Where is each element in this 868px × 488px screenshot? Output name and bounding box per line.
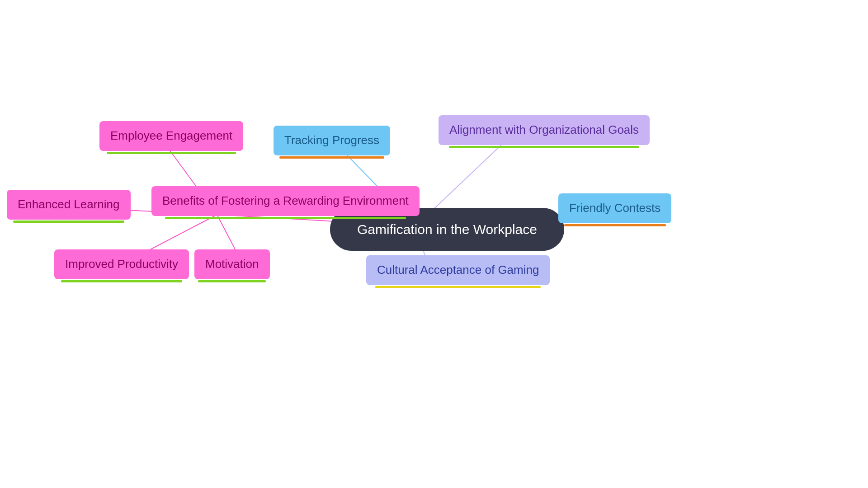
improved-productivity-label: Improved Productivity bbox=[65, 257, 178, 271]
tracking-progress-box: Tracking Progress bbox=[274, 126, 390, 155]
enhanced-learning-label: Enhanced Learning bbox=[18, 197, 120, 211]
cultural-acceptance-underline bbox=[375, 286, 541, 288]
alignment-goals-underline bbox=[449, 146, 639, 148]
benefits-fostering-label: Benefits of Fostering a Rewarding Enviro… bbox=[162, 194, 409, 207]
employee-engagement-label: Employee Engagement bbox=[110, 129, 232, 142]
friendly-contests-box: Friendly Contests bbox=[558, 193, 671, 223]
benefits-fostering-underline bbox=[165, 217, 406, 219]
employee-engagement-underline bbox=[107, 152, 236, 154]
cultural-acceptance-label: Cultural Acceptance of Gaming bbox=[377, 263, 539, 277]
benefits-fostering-box: Benefits of Fostering a Rewarding Enviro… bbox=[151, 186, 420, 216]
improved-productivity-box: Improved Productivity bbox=[54, 249, 189, 279]
motivation-box: Motivation bbox=[194, 249, 270, 279]
tracking-progress-node: Tracking Progress bbox=[274, 126, 390, 159]
alignment-goals-box: Alignment with Organizational Goals bbox=[439, 115, 650, 145]
enhanced-learning-box: Enhanced Learning bbox=[7, 190, 131, 220]
friendly-contests-underline bbox=[564, 224, 666, 226]
improved-productivity-underline bbox=[61, 280, 182, 282]
alignment-goals-node: Alignment with Organizational Goals bbox=[439, 115, 650, 148]
benefits-fostering-node: Benefits of Fostering a Rewarding Enviro… bbox=[151, 186, 420, 219]
cultural-acceptance-box: Cultural Acceptance of Gaming bbox=[366, 255, 550, 285]
motivation-node: Motivation bbox=[194, 249, 270, 282]
improved-productivity-node: Improved Productivity bbox=[54, 249, 189, 282]
tracking-progress-label: Tracking Progress bbox=[284, 133, 379, 147]
enhanced-learning-underline bbox=[13, 221, 124, 223]
employee-engagement-node: Employee Engagement bbox=[99, 121, 243, 154]
cultural-acceptance-node: Cultural Acceptance of Gaming bbox=[366, 255, 550, 288]
center-node-label: Gamification in the Workplace bbox=[357, 222, 537, 237]
tracking-progress-underline bbox=[279, 156, 384, 159]
employee-engagement-box: Employee Engagement bbox=[99, 121, 243, 151]
friendly-contests-label: Friendly Contests bbox=[569, 201, 660, 215]
enhanced-learning-node: Enhanced Learning bbox=[7, 190, 131, 223]
alignment-goals-label: Alignment with Organizational Goals bbox=[449, 123, 639, 136]
motivation-label: Motivation bbox=[205, 257, 259, 271]
motivation-underline bbox=[198, 280, 266, 282]
friendly-contests-node: Friendly Contests bbox=[558, 193, 671, 226]
